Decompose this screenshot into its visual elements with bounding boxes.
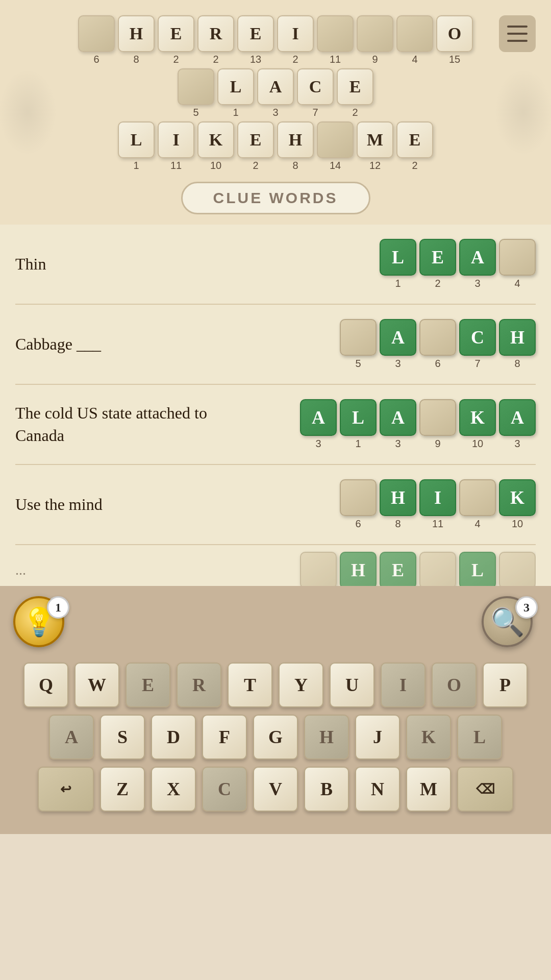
answer-tile-blank [419, 319, 456, 356]
answer-tile: A [499, 399, 536, 436]
puzzle-tile: O [436, 15, 473, 52]
answer-tile: L [380, 239, 416, 276]
answer-tile-num: 8 [514, 358, 520, 370]
answer-tile-num: 1 [395, 278, 400, 289]
key-p[interactable]: P [483, 663, 528, 707]
answer-tile: E [419, 239, 456, 276]
key-v[interactable]: V [253, 767, 298, 812]
tile-number: 10 [210, 160, 221, 170]
puzzle-tile: E [237, 15, 274, 52]
key-d[interactable]: D [151, 715, 196, 760]
hint-bulb-button[interactable]: 💡 1 [13, 596, 69, 652]
answer-tile-group: 9 [419, 399, 456, 450]
tile-group: 9 [357, 15, 393, 64]
answer-tile: H [499, 319, 536, 356]
tile-number: 15 [449, 54, 460, 64]
puzzle-area: 6 H 8 E 2 R 2 E 13 I 2 11 9 [0, 0, 551, 225]
puzzle-tile [357, 15, 393, 52]
answer-tile-group: 6 [419, 319, 456, 370]
keyboard-area: 💡 1 🔍 3 Q W E R T Y U I O P A S D F G H … [0, 586, 551, 834]
key-g[interactable]: G [253, 715, 298, 760]
keyboard-row-1: Q W E R T Y U I O P [8, 663, 543, 707]
key-j[interactable]: J [355, 715, 400, 760]
key-l[interactable]: L [457, 715, 502, 760]
key-m[interactable]: M [406, 767, 451, 812]
clue-row-mind: Use the mind 6 H 8 I 11 4 K 10 [15, 465, 536, 545]
puzzle-tile: L [118, 121, 155, 158]
clue-words-label: CLUE WORDS [181, 182, 370, 214]
answer-tile-group: A 3 [499, 399, 536, 450]
answer-tile: H [340, 552, 377, 586]
answer-tile-group: L 1 [340, 399, 377, 450]
key-w[interactable]: W [74, 663, 119, 707]
key-r[interactable]: R [177, 663, 221, 707]
answer-tile-num: 5 [355, 358, 361, 370]
key-y[interactable]: Y [279, 663, 323, 707]
answer-tile-num: 4 [514, 278, 520, 289]
tile-number: 4 [412, 54, 417, 64]
key-back-arrow[interactable]: ↩ [38, 767, 94, 812]
clue-row-cabbage: Cabbage ___ 5 A 3 6 C 7 H 8 [15, 305, 536, 385]
key-q[interactable]: Q [23, 663, 68, 707]
answer-tile-group: A 3 [380, 319, 416, 370]
key-k[interactable]: K [406, 715, 451, 760]
answer-tile-num: 1 [355, 438, 361, 450]
key-b[interactable]: B [304, 767, 349, 812]
clue-list: Thin L 1 E 2 A 3 4 Cabbage ___ [0, 225, 551, 586]
key-i[interactable]: I [381, 663, 425, 707]
key-backspace[interactable]: ⌫ [457, 767, 513, 812]
tile-number: 2 [412, 160, 417, 170]
answer-tile-group: E 2 [419, 239, 456, 289]
answer-tile-num: 3 [395, 438, 400, 450]
answer-tile-group: K 10 [459, 399, 496, 450]
puzzle-tile: R [197, 15, 234, 52]
tile-group: E 2 [158, 15, 194, 64]
puzzle-tile: E [396, 121, 433, 158]
key-n[interactable]: N [355, 767, 400, 812]
key-z[interactable]: Z [100, 767, 145, 812]
tile-group: 14 [317, 121, 354, 170]
answer-tile-num: 6 [435, 358, 440, 370]
answer-tile-num: 4 [474, 518, 480, 530]
key-a[interactable]: A [49, 715, 94, 760]
tile-number: 2 [253, 160, 258, 170]
answer-tile: C [459, 319, 496, 356]
key-x[interactable]: X [151, 767, 196, 812]
key-e[interactable]: E [126, 663, 170, 707]
answer-tile-num: 7 [474, 358, 480, 370]
key-c[interactable]: C [202, 767, 247, 812]
tile-group: I 2 [277, 15, 314, 64]
tile-number: 2 [173, 54, 179, 64]
clue-words-badge: CLUE WORDS [10, 175, 541, 214]
puzzle-tile: H [277, 121, 314, 158]
key-t[interactable]: T [228, 663, 272, 707]
answer-tile-num: 3 [514, 438, 520, 450]
tile-group: E 2 [237, 121, 274, 170]
answer-tile: E [380, 552, 416, 586]
answer-tile-num: 3 [315, 438, 321, 450]
key-s[interactable]: S [100, 715, 145, 760]
tile-group: E 2 [396, 121, 433, 170]
answer-tile-num: 6 [355, 518, 361, 530]
puzzle-tile [317, 121, 354, 158]
answer-tile-group [419, 552, 456, 586]
clue-row-alaska: The cold US state attached to Canada A 3… [15, 385, 536, 465]
magnifier-count: 3 [515, 596, 538, 619]
key-h[interactable]: H [304, 715, 349, 760]
answer-tile-num: 11 [432, 518, 443, 530]
menu-button[interactable] [499, 15, 536, 52]
clue-row-partial: ... H E L [15, 545, 536, 586]
tile-number: 1 [233, 107, 238, 117]
tile-group: R 2 [197, 15, 234, 64]
puzzle-tile: I [277, 15, 314, 52]
key-f[interactable]: F [202, 715, 247, 760]
clue-row-thin: Thin L 1 E 2 A 3 4 [15, 225, 536, 305]
hint-magnifier-button[interactable]: 🔍 3 [482, 596, 538, 652]
keyboard-row-2: A S D F G H J K L [8, 715, 543, 760]
answer-tile-num: 9 [435, 438, 440, 450]
key-o[interactable]: O [432, 663, 477, 707]
tile-group: 6 [78, 15, 115, 64]
tile-group: E 13 [237, 15, 274, 64]
key-u[interactable]: U [330, 663, 374, 707]
answer-tile-num: 10 [472, 438, 483, 450]
